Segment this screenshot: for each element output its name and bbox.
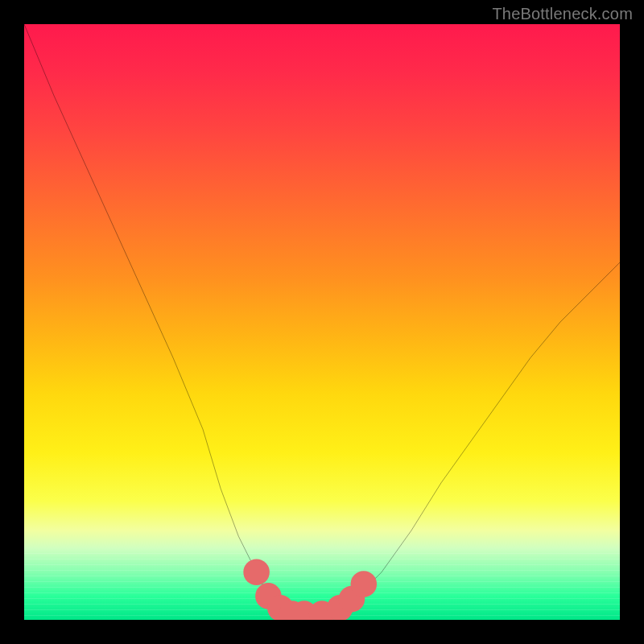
chart-frame: TheBottleneck.com xyxy=(0,0,644,644)
watermark-label: TheBottleneck.com xyxy=(492,5,633,23)
plot-area xyxy=(24,24,620,620)
green-band-striping xyxy=(24,548,620,620)
